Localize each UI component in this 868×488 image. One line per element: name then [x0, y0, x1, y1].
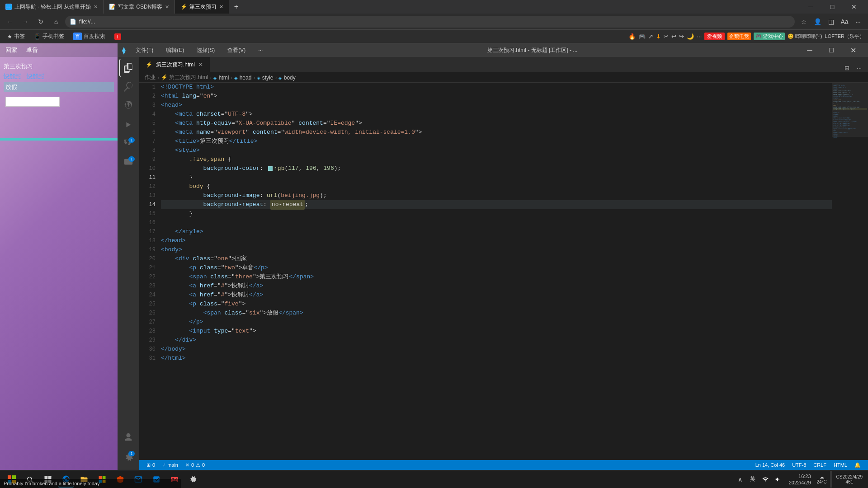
- status-remote[interactable]: ⊞ 0: [143, 460, 159, 470]
- ln-9: 9: [143, 155, 156, 164]
- bookmark-redo[interactable]: ↪: [679, 33, 684, 40]
- vscode-menu-edit[interactable]: 编辑(E): [163, 46, 187, 55]
- bookmark-stars[interactable]: ★ 书签: [4, 32, 28, 41]
- system-clock[interactable]: 16:23 2022/4/29: [785, 473, 815, 486]
- vscode-maximize-btn[interactable]: □: [821, 43, 842, 57]
- vscode-menu-view[interactable]: 查看(V): [225, 46, 248, 55]
- breadcrumb: 作业 › ⚡ 第三次预习.html › ◈ html › ◈ head: [139, 73, 868, 83]
- bookmark-green[interactable]: 🎮 游戏中心: [754, 33, 785, 40]
- new-tab-button[interactable]: +: [229, 0, 243, 14]
- browser-window-controls: ─ □ ✕: [800, 0, 868, 14]
- immersive-reader[interactable]: Aa: [838, 15, 851, 28]
- taskbar-settings[interactable]: [184, 471, 201, 488]
- preview-nav-music[interactable]: 卓音: [24, 45, 40, 55]
- more-tools[interactable]: ···: [852, 15, 864, 28]
- tab3-label: 第三次预习: [189, 3, 217, 11]
- activity-extensions[interactable]: 1: [119, 135, 137, 153]
- vscode-minimize-btn[interactable]: ─: [799, 43, 820, 57]
- preview-nav-home[interactable]: 回家: [4, 45, 19, 55]
- breadcrumb-head[interactable]: ◈ head: [234, 75, 251, 81]
- close-button[interactable]: ✕: [844, 0, 864, 14]
- vscode-close-btn[interactable]: ✕: [843, 43, 863, 57]
- ln-18: 18: [143, 236, 156, 245]
- code-content[interactable]: <!DOCTYPE html> <html lang="en"> <head> …: [159, 83, 832, 460]
- browser-tab-2[interactable]: 📝 写文章-CSDN博客 ✕: [104, 0, 175, 14]
- ln-11: 11: [143, 173, 156, 182]
- code-editor[interactable]: 1 2 3 4 5 6 7 8 9 10 11 12 13 14: [139, 83, 868, 460]
- split-editor-btn[interactable]: ⊞: [842, 64, 852, 72]
- activity-explorer[interactable]: [119, 59, 137, 77]
- editor-group: ⚡ 第三次预习.html ✕ ⊞ ··· 作业 ›: [139, 57, 868, 470]
- breadcrumb-body[interactable]: ◈ body: [278, 75, 295, 81]
- tab-html-close[interactable]: ✕: [198, 61, 203, 68]
- status-encoding[interactable]: UTF-8: [788, 460, 810, 470]
- tab1-close[interactable]: ✕: [94, 4, 98, 10]
- bookmark-darkmode[interactable]: 🌙: [687, 33, 694, 40]
- breadcrumb-html[interactable]: ◈ html: [213, 75, 229, 81]
- status-eol[interactable]: CRLF: [810, 460, 830, 470]
- bookmark-lofter[interactable]: LOFTER（乐乎）: [825, 33, 864, 40]
- status-language[interactable]: HTML: [830, 460, 851, 470]
- breadcrumb-file[interactable]: ⚡ 第三次预习.html: [161, 74, 208, 81]
- activity-search[interactable]: [119, 78, 137, 96]
- address-bar[interactable]: 📄 file://...: [65, 16, 795, 28]
- status-errors[interactable]: ✕ 0 ⚠ 0: [182, 460, 208, 470]
- preview-text-input[interactable]: [5, 97, 60, 107]
- bookmark-extra-2[interactable]: 🎮: [638, 33, 646, 40]
- bookmark-extra-1[interactable]: 🔥: [628, 33, 636, 40]
- tray-weather[interactable]: ☁ 24°C: [816, 474, 827, 485]
- status-notification[interactable]: 🔔: [851, 460, 864, 470]
- ln-21: 21: [143, 263, 156, 272]
- code-line-24: <a href="#">快解封</a>: [161, 291, 832, 300]
- bookmark-orange[interactable]: 企鹅电竞: [727, 33, 751, 40]
- tray-show-hidden[interactable]: ∧: [735, 474, 745, 485]
- status-cursor[interactable]: Ln 14, Col 46: [752, 460, 788, 470]
- activity-source-control[interactable]: [119, 97, 137, 115]
- maximize-button[interactable]: □: [822, 0, 843, 14]
- status-branch[interactable]: ⑂ main: [159, 460, 182, 470]
- bookmark-t[interactable]: T: [111, 33, 125, 41]
- reload-button[interactable]: ↻: [34, 15, 47, 28]
- bookmark-mobile[interactable]: 📱 手机书签: [30, 32, 68, 41]
- activity-settings[interactable]: 1: [119, 448, 137, 466]
- browser-preview-panel: 回家 卓音 第三次预习 快解封 快解封 放假: [0, 43, 118, 470]
- browser-tab-3[interactable]: ⚡ 第三次预习 ✕: [175, 0, 229, 14]
- vscode-activity-bar: 1 1 1: [118, 57, 139, 470]
- bookmark-more[interactable]: ···: [697, 33, 702, 40]
- activity-remote[interactable]: 1: [119, 154, 137, 172]
- preview-link-2[interactable]: 快解封: [27, 73, 44, 80]
- bookmark-bili[interactable]: 😊 哔哩哔哩('-'): [788, 33, 822, 40]
- tray-csdn[interactable]: CS2022/4/29 461: [835, 474, 864, 484]
- bookmark-extra-5[interactable]: ✂: [664, 33, 669, 40]
- breadcrumb-workspace[interactable]: 作业: [145, 74, 156, 81]
- more-actions-btn[interactable]: ···: [854, 64, 864, 72]
- tray-wifi[interactable]: [760, 474, 771, 485]
- profile-button[interactable]: 👤: [811, 15, 824, 28]
- preview-link-1[interactable]: 快解封: [4, 73, 21, 80]
- activity-run[interactable]: [119, 116, 137, 134]
- tray-volume[interactable]: [773, 474, 783, 485]
- home-button[interactable]: ⌂: [50, 15, 62, 28]
- tab1-favicon: 🌐: [5, 4, 12, 10]
- sidebar-button[interactable]: ◫: [825, 15, 837, 28]
- tab2-close[interactable]: ✕: [165, 4, 169, 10]
- activity-account[interactable]: [119, 428, 137, 446]
- editor-tab-html[interactable]: ⚡ 第三次预习.html ✕: [139, 57, 210, 72]
- vscode-menu-file[interactable]: 文件(F): [133, 46, 156, 55]
- code-line-3: <head>: [161, 101, 832, 110]
- tray-language[interactable]: 英: [747, 475, 758, 483]
- bookmark-undo[interactable]: ↩: [671, 33, 676, 40]
- browser-tab-1[interactable]: 🌐 上网导航 · 轻松上网 从这里开始 ✕: [0, 0, 104, 14]
- collections-button[interactable]: ☆: [797, 15, 810, 28]
- bookmark-baidu[interactable]: 百 百度搜索: [70, 32, 109, 41]
- minimize-button[interactable]: ─: [800, 0, 821, 14]
- ln-7: 7: [143, 137, 156, 146]
- bookmark-csdn[interactable]: 爱视频: [704, 33, 725, 40]
- bookmark-extra-4[interactable]: ⬇: [656, 33, 661, 40]
- vscode-menu-more[interactable]: ···: [255, 46, 265, 54]
- tab3-close[interactable]: ✕: [219, 4, 223, 10]
- breadcrumb-style[interactable]: ◈ style: [257, 75, 273, 81]
- tab2-favicon: 📝: [109, 4, 115, 10]
- vscode-menu-select[interactable]: 选择(S): [194, 46, 217, 55]
- bookmark-extra-3[interactable]: ↗: [648, 33, 653, 40]
